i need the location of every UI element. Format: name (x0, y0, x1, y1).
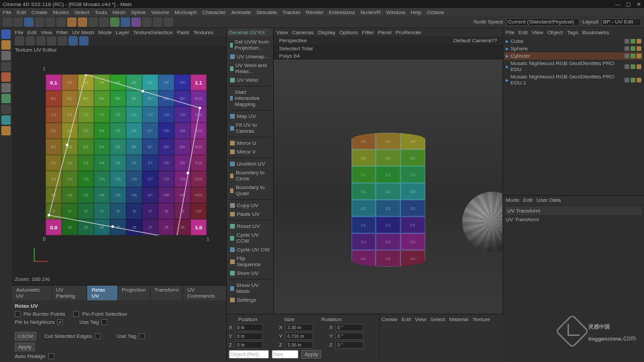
viewport-menu-item[interactable]: ProRender (396, 29, 422, 36)
attr-section[interactable]: UV Transform (506, 206, 641, 215)
layout-select[interactable] (601, 18, 641, 26)
command-item[interactable]: UV Weld and Relax... (228, 61, 272, 76)
uv-tool-icon[interactable] (25, 36, 35, 46)
menu-item[interactable]: Volume (151, 9, 169, 15)
uv-menu-item[interactable]: Textures (193, 29, 213, 36)
command-item[interactable]: Map UV (228, 112, 272, 121)
uv-menu-item[interactable]: View (41, 29, 52, 36)
use-tag2-checkbox[interactable] (139, 333, 145, 339)
menu-item[interactable]: File (3, 9, 11, 15)
tool-button[interactable] (131, 17, 141, 27)
object-row[interactable]: ▸Mosaic Nightwood RGB GeoIDtextiles PRO … (504, 73, 643, 86)
viewport-menu-item[interactable]: Filter (362, 29, 374, 36)
menu-item[interactable]: Extensions (329, 9, 355, 15)
menu-item[interactable]: Tracker (282, 9, 301, 15)
command-item[interactable]: Mirror U (228, 139, 272, 147)
command-item[interactable]: Boundary to Quad (228, 183, 272, 198)
command-item[interactable]: Set UVW from Projection... (228, 38, 272, 52)
object-menu-item[interactable]: View (532, 29, 543, 36)
tool-icon[interactable] (1, 51, 11, 60)
menu-item[interactable]: Character (203, 9, 226, 15)
object-row[interactable]: ▸Mosaic Nightwood RGB GeoIDtextiles PRO … (504, 60, 643, 73)
uv-tab[interactable]: Relax UV (87, 286, 117, 300)
command-item[interactable]: Unstitch UV (228, 160, 272, 168)
object-menu-item[interactable]: Object (547, 29, 563, 36)
tag-icon[interactable] (637, 78, 641, 82)
command-item[interactable]: Boundary to Circle (228, 168, 272, 183)
tool-button[interactable] (153, 17, 162, 27)
tool-icon[interactable] (1, 72, 11, 82)
lscm-dropdown[interactable]: LSCM (15, 332, 36, 341)
menu-item[interactable]: Select (74, 9, 89, 15)
object-menu-item[interactable]: Edit (519, 29, 528, 36)
uv-tool-icon[interactable] (36, 36, 46, 46)
object-row[interactable]: ▸Sphere (504, 45, 643, 52)
tool-button[interactable] (67, 17, 76, 27)
uv-tool-icon[interactable] (47, 36, 56, 46)
tag-icon[interactable] (637, 39, 641, 44)
vis-dot-icon[interactable] (625, 78, 629, 82)
command-item[interactable]: Paste UV (228, 210, 272, 219)
tool-button[interactable] (56, 17, 66, 27)
menu-item[interactable]: NodeVR (360, 9, 380, 15)
uv-tool-icon[interactable] (68, 36, 78, 46)
vis-dot-icon[interactable] (625, 46, 629, 51)
uv-tab[interactable]: Projection (118, 286, 150, 300)
uv-tab[interactable]: UV Commands (183, 286, 226, 300)
vis-dot-icon[interactable] (631, 39, 635, 44)
tag-icon[interactable] (637, 46, 641, 51)
uv-menu-item[interactable]: Mode (99, 29, 112, 36)
cut-edges-checkbox[interactable] (95, 333, 101, 339)
menu-item[interactable]: Mesh (113, 9, 126, 15)
command-item[interactable]: Mirror V (228, 147, 272, 156)
uv-viewport[interactable]: 1 0 1 0.1A2A3A4A5A6A7A8A91.1B1B2B3B4B5B6… (12, 54, 226, 285)
size-mode-select[interactable] (272, 350, 299, 359)
menu-item[interactable]: Tools (95, 9, 107, 15)
apply-button[interactable]: Apply (15, 343, 35, 351)
tag-icon[interactable] (637, 54, 641, 58)
material-menu-item[interactable]: Material (449, 316, 468, 322)
redo-button[interactable] (13, 17, 23, 27)
pin-border-checkbox[interactable] (15, 311, 21, 317)
tool-button[interactable] (110, 17, 119, 27)
minimize-icon[interactable]: — (615, 1, 621, 7)
viewport-menu-item[interactable]: View (276, 29, 288, 36)
uv-menu-item[interactable]: File (15, 29, 23, 36)
tool-button[interactable] (35, 17, 44, 27)
vis-dot-icon[interactable] (631, 46, 635, 51)
menu-item[interactable]: Octane (427, 9, 444, 15)
uv-tool-icon[interactable] (79, 36, 89, 46)
close-icon[interactable]: ✕ (637, 1, 641, 7)
command-item[interactable]: UV Unwrap... (228, 52, 272, 61)
vis-dot-icon[interactable] (625, 39, 629, 44)
tool-icon[interactable] (1, 40, 11, 50)
uv-menu-item[interactable]: Filter (56, 29, 68, 36)
object-mode-select[interactable] (229, 350, 269, 359)
uv-tab[interactable]: Automatic UV (12, 286, 52, 300)
object-menu-item[interactable]: File (506, 29, 515, 36)
pos-input[interactable] (235, 324, 263, 331)
pin-neighbors-checkbox[interactable] (57, 319, 63, 325)
tool-icon[interactable] (1, 94, 11, 103)
command-item[interactable]: UV Weld (228, 76, 272, 84)
vis-dot-icon[interactable] (631, 64, 635, 69)
coords-apply-button[interactable]: Apply (301, 350, 321, 359)
menu-item[interactable]: MoGraph (174, 9, 197, 15)
size-input[interactable] (285, 333, 313, 340)
menu-item[interactable]: Spline (131, 9, 146, 15)
tool-button[interactable] (89, 17, 98, 27)
viewport-menu-item[interactable]: Display (318, 29, 335, 36)
node-space-select[interactable] (506, 18, 580, 26)
object-menu-item[interactable]: Tags (567, 29, 578, 36)
pos-input[interactable] (235, 333, 263, 340)
vis-dot-icon[interactable] (631, 54, 635, 58)
pos-input[interactable] (235, 341, 263, 349)
size-input[interactable] (285, 341, 313, 349)
viewport-menu-item[interactable]: Panel (378, 29, 391, 36)
material-menu-item[interactable]: Texture (472, 316, 490, 322)
tool-button[interactable] (164, 17, 173, 27)
command-item[interactable]: Reset UV (228, 222, 272, 231)
pin-point-checkbox[interactable] (73, 311, 79, 317)
menu-item[interactable]: Edit (17, 9, 26, 15)
material-menu-item[interactable]: Create (382, 316, 398, 322)
